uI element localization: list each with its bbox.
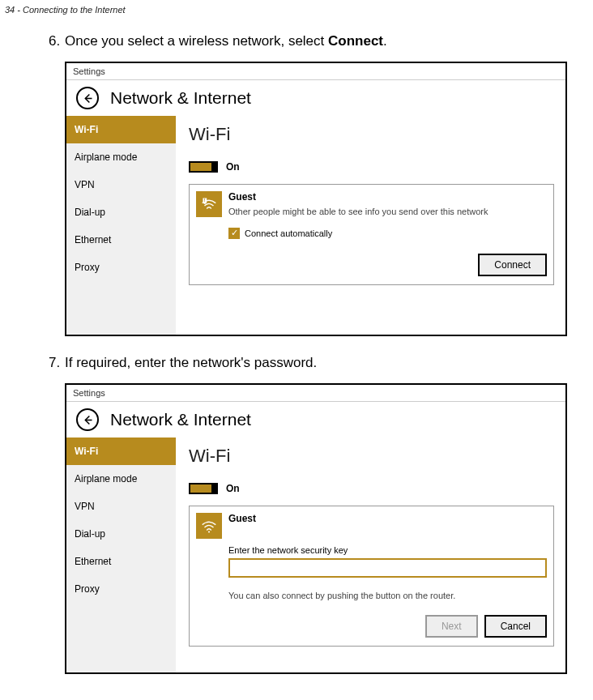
screenshot-2: Settings Network & Internet Wi-Fi Airpla… (65, 383, 567, 674)
main-title: Wi-Fi (189, 446, 554, 467)
settings-header: Network & Internet (66, 402, 565, 438)
step-7-number: 7. (49, 354, 65, 372)
network-card[interactable]: ! Guest Other people might be able to se… (189, 184, 554, 285)
settings-sidebar: Wi-Fi Airplane mode VPN Dial-up Ethernet… (66, 116, 176, 335)
connect-button[interactable]: Connect (478, 254, 547, 276)
page-header: 34 - Connecting to the Internet (0, 0, 593, 26)
connect-auto-label: Connect automatically (245, 228, 332, 238)
wifi-shield-icon: ! (196, 191, 222, 217)
wifi-toggle-label: On (226, 161, 240, 173)
wifi-toggle-row: On (189, 483, 554, 494)
security-key-label: Enter the network security key (228, 545, 547, 555)
cancel-button[interactable]: Cancel (484, 615, 547, 638)
step-6: 6.Once you select a wireless network, se… (49, 32, 564, 50)
network-name: Guest (228, 513, 547, 524)
connect-auto-checkbox[interactable]: ✓ (228, 228, 240, 239)
network-name: Guest (228, 191, 547, 203)
settings-main: Wi-Fi On (176, 438, 565, 672)
settings-header-title: Network & Internet (110, 410, 251, 429)
main-title: Wi-Fi (189, 124, 554, 145)
wifi-toggle-label: On (226, 483, 240, 494)
step-6-text-a: Once you select a wireless network, sele… (65, 33, 328, 49)
sidebar-item-airplane[interactable]: Airplane mode (66, 143, 176, 171)
toggle-knob (211, 161, 218, 173)
sidebar-item-ethernet[interactable]: Ethernet (66, 548, 176, 575)
svg-text:!: ! (204, 198, 206, 203)
network-card[interactable]: Guest Enter the network security key You… (189, 506, 554, 647)
wifi-toggle[interactable] (189, 161, 218, 173)
settings-header-title: Network & Internet (110, 88, 251, 108)
settings-header: Network & Internet (66, 80, 565, 116)
screenshot-1: Settings Network & Internet Wi-Fi Airpla… (65, 62, 567, 336)
titlebar: Settings (66, 63, 565, 80)
sidebar-item-vpn[interactable]: VPN (66, 493, 176, 520)
sidebar-item-airplane[interactable]: Airplane mode (66, 465, 176, 493)
next-button[interactable]: Next (425, 615, 478, 638)
sidebar-item-wifi[interactable]: Wi-Fi (66, 116, 176, 143)
sidebar-item-wifi[interactable]: Wi-Fi (66, 438, 176, 465)
router-note: You can also connect by pushing the butt… (228, 591, 547, 600)
settings-main: Wi-Fi On ! (176, 116, 565, 335)
step-6-text-b: . (383, 33, 387, 49)
step-6-number: 6. (49, 32, 65, 50)
back-arrow-icon (82, 414, 94, 426)
back-button[interactable] (76, 87, 99, 109)
sidebar-item-ethernet[interactable]: Ethernet (66, 226, 176, 254)
wifi-toggle-row: On (189, 161, 554, 173)
sidebar-item-proxy[interactable]: Proxy (66, 254, 176, 281)
back-button[interactable] (76, 408, 99, 431)
step-7: 7.If required, enter the network's passw… (49, 354, 564, 372)
back-arrow-icon (82, 92, 94, 105)
sidebar-item-dialup[interactable]: Dial-up (66, 520, 176, 548)
titlebar: Settings (66, 385, 565, 402)
step-7-text: If required, enter the network's passwor… (65, 355, 317, 370)
check-icon: ✓ (231, 228, 238, 237)
sidebar-item-vpn[interactable]: VPN (66, 171, 176, 198)
settings-sidebar: Wi-Fi Airplane mode VPN Dial-up Ethernet… (66, 438, 176, 672)
sidebar-item-proxy[interactable]: Proxy (66, 575, 176, 603)
wifi-icon (196, 513, 222, 539)
svg-point-3 (208, 531, 210, 533)
sidebar-item-dialup[interactable]: Dial-up (66, 198, 176, 226)
step-6-bold: Connect (328, 33, 383, 49)
toggle-knob (211, 483, 218, 494)
security-key-input[interactable] (228, 558, 547, 578)
wifi-toggle[interactable] (189, 483, 218, 494)
network-description: Other people might be able to see info y… (228, 206, 547, 218)
